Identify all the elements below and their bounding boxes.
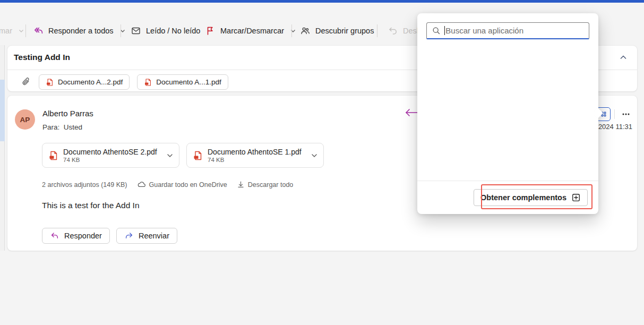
get-addins-label: Obtener complementos (480, 193, 566, 202)
pdf-icon (193, 150, 203, 161)
attachment-name: Documento AthentoSE 2.pdf (63, 148, 166, 156)
message-list-edge (0, 45, 5, 251)
reply-all-icon (33, 25, 44, 36)
envelope-icon (131, 25, 141, 36)
attachment-size: 74 KB (208, 157, 311, 163)
selected-message-indicator (0, 80, 5, 141)
toolbar-truncated-label: mar (0, 27, 12, 35)
add-square-icon (571, 193, 581, 202)
pdf-icon (48, 150, 59, 161)
flag-icon (205, 25, 216, 36)
email-body: This is a test for the Add In (42, 201, 140, 210)
attachment-pill[interactable]: Documento A...1.pdf (137, 74, 228, 90)
sender-name: Alberto Parras (42, 109, 93, 118)
toolbar-divider (377, 24, 377, 37)
message-date: 1/2024 11:31 (593, 123, 632, 131)
people-icon (300, 25, 311, 36)
text-caret (444, 26, 445, 35)
to-label: Para: (42, 123, 59, 131)
reply-button[interactable]: Responder (42, 228, 110, 244)
top-accent-bar (0, 0, 644, 3)
recipient-line: Para: Usted (42, 123, 82, 131)
get-addins-button[interactable]: Obtener complementos (474, 189, 588, 206)
cloud-icon (137, 180, 146, 189)
chevron-down-icon[interactable] (311, 152, 318, 159)
attachments-summary: 2 archivos adjuntos (149 KB) (42, 181, 127, 189)
attachment-pill-label: Documento A...1.pdf (156, 78, 221, 86)
avatar[interactable]: AP (15, 109, 35, 130)
pdf-icon (46, 78, 54, 87)
to-value[interactable]: Usted (64, 123, 82, 131)
attachment-pill[interactable]: Documento A...2.pdf (39, 74, 130, 90)
save-onedrive-label: Guardar todo en OneDrive (149, 181, 227, 189)
pdf-icon (144, 78, 152, 87)
chevron-up-icon[interactable] (619, 53, 628, 62)
flag-unflag-button[interactable]: Marcar/Desmarcar (205, 22, 296, 39)
chevron-down-icon (290, 28, 296, 34)
email-subject: Testing Add In (14, 53, 70, 62)
attachment-card[interactable]: Documento AthentoSE 2.pdf 74 KB (42, 143, 179, 168)
read-unread-label: Leído / No leído (146, 27, 200, 35)
attachment-size: 74 KB (63, 157, 166, 163)
divider (417, 181, 598, 181)
attachment-name: Documento AthentoSE 1.pdf (208, 148, 311, 156)
discover-groups-button[interactable]: Descubrir grupos (300, 22, 374, 39)
reply-all-button[interactable]: Responder a todos (33, 22, 126, 39)
forward-icon (124, 231, 134, 241)
reply-icon (50, 231, 59, 241)
discover-groups-label: Descubrir grupos (315, 27, 374, 35)
addin-search-input[interactable] (445, 26, 585, 35)
read-unread-button[interactable]: Leído / No leído (131, 22, 200, 39)
forward-label: Reenviar (139, 232, 169, 240)
flag-unflag-label: Marcar/Desmarcar (220, 27, 284, 35)
undo-icon (388, 25, 398, 36)
toolbar-divider (291, 24, 292, 37)
more-options-icon[interactable] (619, 107, 633, 121)
reply-label: Responder (64, 232, 102, 240)
forward-button[interactable]: Reenviar (116, 228, 177, 244)
download-icon (237, 181, 245, 189)
toolbar-item-truncated: mar (0, 22, 24, 39)
attachment-card[interactable]: Documento AthentoSE 1.pdf 74 KB (186, 143, 324, 168)
reply-all-label: Responder a todos (48, 27, 114, 35)
addin-search-box[interactable] (426, 22, 589, 39)
download-all-link[interactable]: Descargar todo (237, 181, 293, 189)
chevron-down-icon[interactable] (166, 152, 174, 159)
chevron-down-icon (18, 28, 24, 34)
attachment-pill-label: Documento A...2.pdf (58, 78, 123, 86)
divider (614, 109, 615, 119)
download-all-label: Descargar todo (248, 181, 293, 189)
search-icon (432, 26, 441, 35)
addins-popup: Obtener complementos (417, 13, 598, 214)
toolbar-divider (121, 24, 121, 37)
save-onedrive-link[interactable]: Guardar todo en OneDrive (137, 180, 227, 189)
paperclip-icon (21, 77, 31, 87)
toolbar-divider (25, 24, 26, 37)
